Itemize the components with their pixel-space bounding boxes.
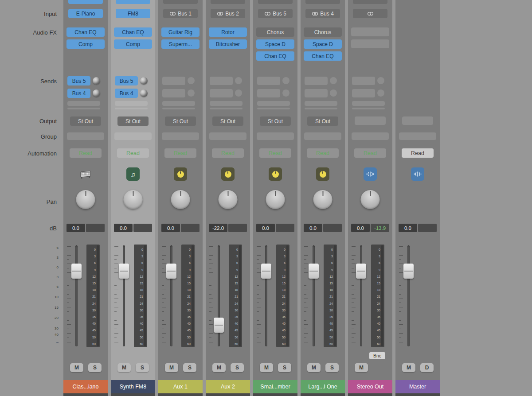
input-slot[interactable]: Bus 1: [163, 9, 198, 18]
channel-strip-stereo-out[interactable]: Read0.0-13.903691215182124303540455060Bn…: [348, 0, 392, 396]
audio-fx-slot[interactable]: Bitcrusher: [209, 39, 247, 49]
fader-cap[interactable]: [309, 264, 319, 279]
input-slot[interactable]: Bus 5: [258, 9, 293, 18]
pan-knob[interactable]: [219, 190, 238, 209]
send-slot-empty[interactable]: [305, 89, 328, 97]
group-slot-empty[interactable]: [304, 132, 341, 140]
audio-fx-slot[interactable]: Chan EQ: [66, 27, 105, 37]
channel-strip-larg-l-one[interactable]: Bus 4ChorusSpace DChan EQSt OutRead0.003…: [301, 0, 345, 396]
mute-button[interactable]: M: [402, 363, 415, 372]
top-slot-partial[interactable]: [163, 0, 198, 4]
pan-knob[interactable]: [361, 190, 380, 209]
channel-strip-aux-2[interactable]: Bus 2RotorBitcrusherSt OutRead-22.003691…: [206, 0, 250, 396]
automation-mode-button[interactable]: Read: [164, 148, 196, 158]
volume-db-display[interactable]: -22.0: [209, 224, 227, 232]
input-slot[interactable]: E-Piano: [68, 9, 103, 18]
top-slot-partial[interactable]: [353, 0, 387, 4]
send-slot[interactable]: Bus 5: [115, 76, 138, 85]
automation-mode-button[interactable]: Read: [259, 148, 291, 158]
input-slot[interactable]: Bus 2: [211, 9, 245, 18]
group-slot-empty[interactable]: [67, 132, 104, 140]
audio-fx-slot[interactable]: Space D: [256, 39, 294, 49]
pan-knob[interactable]: [313, 190, 332, 209]
track-name[interactable]: Aux 1: [158, 380, 203, 393]
track-name[interactable]: Synth FM8: [111, 380, 155, 393]
audio-fx-slot-empty[interactable]: [351, 39, 389, 48]
track-name[interactable]: Aux 2: [206, 380, 250, 393]
input-slot[interactable]: Bus 4: [305, 9, 340, 18]
mute-button[interactable]: M: [307, 363, 321, 372]
solo-button[interactable]: S: [136, 363, 149, 372]
audio-fx-slot[interactable]: Chorus: [304, 27, 342, 37]
output-slot[interactable]: St Out: [307, 116, 338, 126]
volume-db-display[interactable]: 0.0: [66, 224, 85, 232]
channel-strip-aux-1[interactable]: Bus 1Guitar RigSuperm...St OutRead0.0036…: [158, 0, 203, 396]
pan-knob[interactable]: [124, 190, 143, 209]
send-slot-empty[interactable]: [162, 89, 185, 97]
solo-button[interactable]: S: [325, 363, 339, 372]
fader-cap[interactable]: [71, 264, 82, 279]
volume-db-display[interactable]: 0.0: [399, 224, 417, 232]
automation-mode-button[interactable]: Read: [117, 148, 149, 158]
mute-button[interactable]: M: [165, 363, 178, 372]
send-slot[interactable]: Bus 4: [67, 89, 90, 98]
top-slot-partial[interactable]: [68, 0, 103, 4]
mute-button[interactable]: M: [70, 363, 83, 372]
send-slot-empty[interactable]: [257, 77, 280, 85]
pan-knob[interactable]: [76, 190, 95, 209]
output-slot[interactable]: St Out: [70, 116, 101, 126]
send-slot-empty[interactable]: [352, 89, 375, 97]
send-slot-empty[interactable]: [210, 77, 233, 85]
top-slot-partial[interactable]: [258, 0, 293, 4]
automation-mode-button[interactable]: Read: [402, 148, 434, 158]
group-slot-empty[interactable]: [399, 132, 436, 140]
channel-strip-clas-iano[interactable]: E-PianoChan EQCompBus 5Bus 4St OutRead0.…: [63, 0, 108, 396]
pan-knob[interactable]: [171, 190, 190, 209]
top-slot-partial[interactable]: [116, 0, 150, 4]
audio-fx-slot-empty[interactable]: [351, 27, 389, 36]
output-slot[interactable]: St Out: [117, 116, 149, 126]
output-slot[interactable]: St Out: [260, 116, 291, 126]
audio-fx-slot[interactable]: Chan EQ: [256, 51, 294, 61]
output-slot[interactable]: St Out: [165, 116, 196, 126]
group-slot-empty[interactable]: [162, 132, 199, 140]
fader-cap[interactable]: [356, 264, 366, 279]
send-slot[interactable]: Bus 4: [115, 89, 138, 98]
fader-cap[interactable]: [119, 264, 129, 279]
group-slot-empty[interactable]: [209, 132, 246, 140]
solo-button[interactable]: S: [183, 363, 196, 372]
automation-mode-button[interactable]: Read: [354, 148, 386, 158]
track-name[interactable]: Stereo Out: [348, 380, 392, 393]
automation-mode-button[interactable]: Read: [307, 148, 339, 158]
volume-db-display[interactable]: 0.0: [114, 224, 133, 232]
send-level-knob[interactable]: [93, 89, 100, 97]
audio-fx-slot[interactable]: Comp: [66, 39, 105, 49]
track-name[interactable]: Larg...l One: [301, 380, 345, 393]
solo-button[interactable]: S: [231, 363, 244, 372]
audio-fx-slot[interactable]: Chorus: [256, 27, 294, 37]
automation-mode-button[interactable]: Read: [212, 148, 244, 158]
output-slot[interactable]: St Out: [212, 116, 243, 126]
dim-button[interactable]: D: [420, 363, 434, 372]
group-slot-empty[interactable]: [352, 132, 389, 140]
send-level-knob[interactable]: [93, 77, 100, 85]
fader-cap[interactable]: [214, 318, 224, 333]
audio-fx-slot[interactable]: Chan EQ: [114, 27, 152, 37]
volume-db-display[interactable]: 0.0: [351, 224, 370, 232]
send-level-knob[interactable]: [140, 77, 148, 85]
channel-strip-synth-fm8[interactable]: FM8Chan EQCompBus 5Bus 4St OutRead♫0.003…: [111, 0, 155, 396]
fader-cap[interactable]: [403, 264, 414, 279]
track-name[interactable]: Smal...mber: [253, 380, 297, 393]
send-level-knob[interactable]: [140, 89, 148, 97]
send-slot[interactable]: Bus 5: [67, 76, 90, 85]
audio-fx-slot[interactable]: Rotor: [209, 27, 247, 37]
top-slot-partial[interactable]: [305, 0, 340, 4]
track-name[interactable]: Master: [395, 380, 440, 393]
solo-button[interactable]: S: [278, 363, 291, 372]
volume-db-display[interactable]: 0.0: [256, 224, 275, 232]
top-slot-partial[interactable]: [211, 0, 245, 4]
mute-button[interactable]: M: [355, 363, 368, 372]
send-slot-empty[interactable]: [210, 89, 233, 97]
pan-knob[interactable]: [266, 190, 285, 209]
mute-button[interactable]: M: [260, 363, 273, 372]
